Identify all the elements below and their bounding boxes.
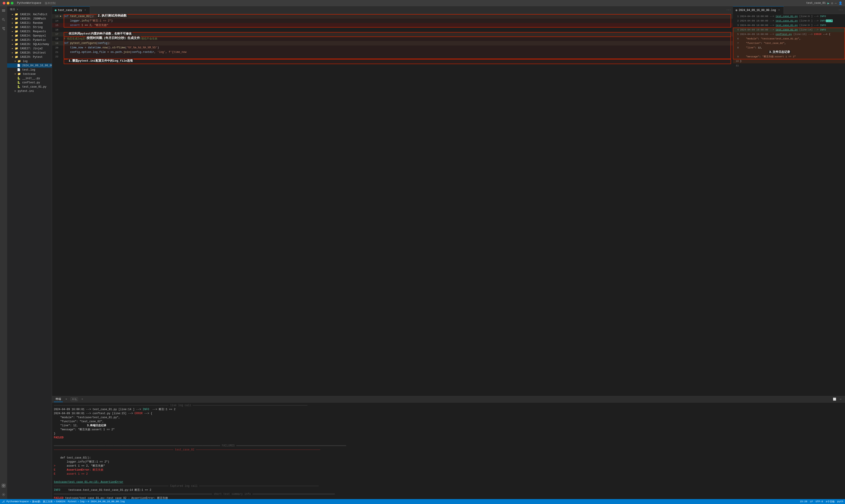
sidebar-item-testcase[interactable]: ▾ 📁testcase: [7, 72, 52, 76]
line-num-17: 17: [52, 32, 60, 37]
sidebar-item-case26[interactable]: ▸ 📁CASE26: SQLAlchemy: [7, 42, 52, 47]
minimize-button[interactable]: [7, 2, 10, 4]
sidebar-item-pytestini[interactable]: ⚙pytest.ini: [7, 89, 52, 93]
line-num-22: 22: [52, 54, 60, 59]
svg-point-0: [2, 18, 4, 20]
terminal-line: logger.info(f"断言:1 == 2"): [54, 460, 843, 464]
status-encoding[interactable]: UTF-8: [816, 500, 823, 503]
sidebar-item-init[interactable]: 🐍__init__.py: [7, 76, 52, 80]
log-linecontent-1: 2024-04-09 16:00:00 --> test_case_01.py …: [740, 14, 844, 19]
log-file-icon: [736, 10, 737, 11]
log-linenum-9: 9: [734, 54, 740, 59]
log-line-2: 2 2024-04-09 16:00:00 --> test_case_01.p…: [733, 19, 845, 23]
sidebar-item-case19[interactable]: ▸ 📁CASE19: XmlToDict: [7, 12, 52, 17]
log-line-5: 5 2024-04-09 16:00:00 --> conftest.py [l…: [733, 32, 845, 37]
log-linenum-4: 4: [734, 28, 740, 32]
tab-log-close[interactable]: ×: [777, 8, 781, 12]
terminal-kebab[interactable]: ⋯: [838, 398, 843, 401]
status-line-ending[interactable]: LF: [810, 500, 813, 503]
code-tab-bar: test_case_01.py × ···: [52, 6, 733, 14]
terminal-line: 2024-04-09 16:00:01 --> conftest.py [lin…: [54, 412, 843, 415]
sidebar-item-case24[interactable]: ▸ 📁CASE24: Openpyxl: [7, 34, 52, 38]
activity-git[interactable]: [1, 26, 6, 31]
sidebar: 项目 ▾ ▸ 📁CASE19: XmlToDict▸ 📁CASE20: JSON…: [7, 6, 52, 499]
breadcrumb-workspace[interactable]: PythonWorkspace: [6, 500, 29, 503]
log-linecontent-2: 2024-04-09 16:00:00 --> test_case_01.py …: [740, 19, 844, 23]
sidebar-item-case22[interactable]: ▸ 📁CASE22: String: [7, 25, 52, 29]
log-linecontent-9: "message": "断言失败:assert 1 == 2": [740, 54, 844, 59]
terminal-tab-terminal[interactable]: 终端: [54, 397, 63, 402]
sidebar-item-case29[interactable]: ▾ 📁CASE29: Pytest: [7, 55, 52, 59]
breadcrumb-sep-4: ›: [85, 500, 87, 503]
line-content-13: def test_case_02():: [64, 14, 733, 19]
terminal-local-label[interactable]: 本地: [71, 397, 78, 401]
tab-py-close[interactable]: ×: [83, 8, 87, 12]
run-button[interactable]: ▶: [828, 1, 829, 5]
breadcrumb-case[interactable]: CASE29: Pytest: [56, 500, 77, 503]
line-num-14: 14: [52, 19, 60, 23]
sidebar-item-case25[interactable]: ▸ 📁CASE25: Pydantic: [7, 38, 52, 42]
sidebar-item-testlog[interactable]: 📄test.log: [7, 68, 52, 72]
log-linenum-7: 7: [734, 41, 740, 46]
code-line-15: 15 assert 1 == 2, "断言失败": [52, 23, 733, 28]
activity-extensions[interactable]: [1, 483, 6, 488]
line-num-15: 15: [52, 23, 60, 28]
sidebar-item-case27[interactable]: ▸ 📁CASE27: Jinja2: [7, 47, 52, 51]
breadcrumb-lesson[interactable]: 第49课: 第三方库: [32, 500, 53, 503]
close-button[interactable]: [3, 2, 5, 4]
log-pane: 2024_04_09_16_00_00.log × ··· 1 2024-04-…: [733, 6, 845, 396]
terminal-tab-bar: 终端 × 本地 + ⬜ ⋯: [52, 396, 845, 402]
activity-search[interactable]: [1, 17, 6, 22]
status-language[interactable]: pyth: [838, 500, 843, 503]
activity-settings[interactable]: [1, 492, 6, 497]
line-num-18: 18: [52, 37, 60, 41]
editor-area: test_case_01.py × ··· 13: [52, 6, 845, 499]
sidebar-item-logfile[interactable]: 📄2024_04_09_16_00_00.log: [7, 64, 52, 68]
status-indent[interactable]: 4个空格: [826, 500, 835, 503]
tab-logfile[interactable]: 2024_04_09_16_00_00.log ×: [733, 6, 784, 14]
sidebar-item-case21[interactable]: ▸ 📁CASE21: Random: [7, 21, 52, 25]
editor-more[interactable]: ···: [724, 8, 733, 12]
terminal-line: "line": 12, 3.终端日志记录: [54, 424, 843, 428]
sidebar-item-log[interactable]: ▾ 📁log: [7, 59, 52, 64]
settings-button[interactable]: ⚙: [831, 1, 833, 5]
sidebar-item-testcase01[interactable]: 🐍test_case_01.py: [7, 85, 52, 89]
terminal-line: ════════════════════════════════════════…: [54, 444, 843, 448]
terminal-content[interactable]: ────────────────────────────────────────…: [52, 402, 845, 499]
app-name: PythonWorkspace: [17, 2, 41, 5]
status-bar: ⎇ PythonWorkspace › 第49课: 第三方库 › CASE29:…: [0, 499, 845, 504]
breadcrumb: PythonWorkspace › 第49课: 第三方库 › CASE29: P…: [6, 500, 125, 503]
log-line-1: 1 2024-04-09 16:00:00 --> test_case_01.p…: [733, 14, 845, 19]
breadcrumb-file[interactable]: ≡ 2024_04_09_16_00_00.log: [88, 500, 125, 503]
tab-testcase-py[interactable]: test_case_01.py ×: [52, 6, 90, 14]
terminal-line: "module": "testcase/test_case_01.py",: [54, 415, 843, 419]
vcs-label[interactable]: 版本控制: [45, 1, 56, 5]
log-more[interactable]: ···: [837, 8, 845, 12]
sidebar-item-conftest[interactable]: 🐍conftest.py: [7, 80, 52, 85]
sidebar-item-case20[interactable]: ▸ 📁CASE20: JSONPath: [7, 17, 52, 21]
more-button[interactable]: ⋯: [835, 1, 837, 5]
title-bar: PythonWorkspace 版本控制 test_case_01 ▶ ⚙ ⋯ …: [0, 0, 845, 6]
breadcrumb-sep-1: ›: [30, 500, 31, 503]
profile-icon[interactable]: 👤: [839, 1, 842, 5]
line-arrow-13: ▶: [60, 14, 64, 19]
sidebar-title: 项目: [10, 7, 15, 11]
sidebar-chevron[interactable]: ▾: [17, 8, 18, 11]
code-pane-wrapper: test_case_01.py × ··· 13: [52, 6, 733, 396]
log-linenum-8: 8: [734, 46, 740, 50]
activity-bar: [0, 6, 7, 499]
breadcrumb-sep-3: ›: [77, 500, 79, 503]
terminal-maximize[interactable]: ⬜: [833, 398, 836, 401]
maximize-button[interactable]: [11, 2, 14, 4]
terminal-close[interactable]: ×: [65, 398, 68, 401]
log-content: 1 2024-04-09 16:00:00 --> test_case_01.p…: [733, 14, 845, 68]
sidebar-item-case28[interactable]: ▸ 📁CASE28: Unittest: [7, 51, 52, 55]
code-editor-scroll[interactable]: 13 ▶ def test_case_02(): 14 logger.info(…: [52, 14, 733, 396]
line-num-16: 16: [52, 28, 60, 32]
breadcrumb-log[interactable]: log: [80, 500, 85, 503]
activity-explorer[interactable]: [1, 8, 6, 14]
sidebar-item-case23[interactable]: ▸ 📁CASE23: Requests: [7, 29, 52, 34]
terminal-line: ════════════════════════════════════════…: [54, 492, 843, 496]
log-editor-scroll[interactable]: 1 2024-04-09 16:00:00 --> test_case_01.p…: [733, 14, 845, 68]
terminal-add[interactable]: +: [80, 398, 85, 401]
